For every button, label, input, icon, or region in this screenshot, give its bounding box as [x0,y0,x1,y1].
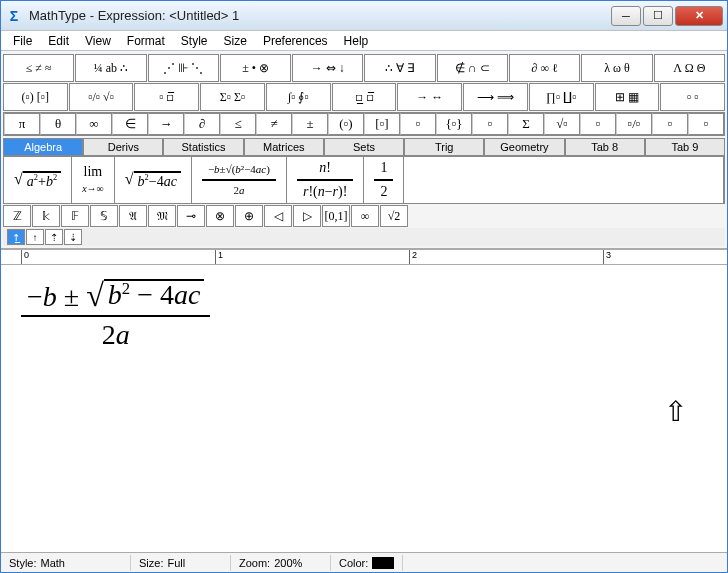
nav-3[interactable]: ⇡ [45,229,63,245]
nav-1[interactable]: ↑̲ [7,229,25,245]
symbol-2[interactable]: ∞ [76,113,112,135]
tab-derivs[interactable]: Derivs [83,138,163,156]
palette-greek-upper[interactable]: Λ Ω Θ [654,54,725,82]
palette-misc[interactable]: ∂ ∞ ℓ [509,54,580,82]
menu-file[interactable]: File [5,32,40,50]
titlebar: Σ MathType - Expression: <Untitled> 1 ─ … [1,1,727,31]
palette-products[interactable]: ∏▫ ∐▫ [529,83,594,111]
small-tpl-3[interactable]: 𝕊 [90,205,118,227]
small-tpl-10[interactable]: ▷ [293,205,321,227]
window-title: MathType - Expression: <Untitled> 1 [29,8,611,23]
menu-style[interactable]: Style [173,32,216,50]
status-zoom[interactable]: Zoom: 200% [231,555,331,571]
maximize-button[interactable]: ☐ [643,6,673,26]
tab-8[interactable]: Tab 8 [565,138,645,156]
menu-edit[interactable]: Edit [40,32,77,50]
small-tpl-8[interactable]: ⊕ [235,205,263,227]
cursor-indicator-icon: ⇧ [664,395,687,428]
menu-format[interactable]: Format [119,32,173,50]
tab-sets[interactable]: Sets [324,138,404,156]
tab-algebra[interactable]: Algebra [3,138,83,156]
palette-greek-lower[interactable]: λ ω θ [581,54,652,82]
palette-embellish[interactable]: ⋰ ⊪ ⋱ [148,54,219,82]
tpl-half[interactable]: 12 [364,157,404,203]
symbol-16[interactable]: ▫ [580,113,616,135]
palette-spaces[interactable]: ¼ ab ∴ [75,54,146,82]
symbol-10[interactable]: [▫] [364,113,400,135]
small-tpl-4[interactable]: 𝔄 [119,205,147,227]
symbol-3[interactable]: ∈ [112,113,148,135]
tpl-sqrt-a2b2[interactable]: √a2+b2 [4,157,72,203]
tpl-combination[interactable]: n!r!(n−r)! [287,157,364,203]
tpl-limit[interactable]: limx→∞ [72,157,115,203]
symbol-17[interactable]: ▫/▫ [616,113,652,135]
close-button[interactable]: ✕ [675,6,723,26]
palette-fences[interactable]: (▫) [▫] [3,83,68,111]
symbol-18[interactable]: ▫ [652,113,688,135]
symbol-0[interactable]: π [4,113,40,135]
tab-statistics[interactable]: Statistics [163,138,243,156]
palette-operators[interactable]: ± • ⊗ [220,54,291,82]
menu-view[interactable]: View [77,32,119,50]
small-template-bar: ℤ𝕜𝔽𝕊𝔄𝔐⊸⊗⊕◁▷[0,1]∞√2 [3,205,725,227]
palette-matrices[interactable]: ⊞ ▦ [595,83,660,111]
symbol-14[interactable]: Σ [508,113,544,135]
symbol-1[interactable]: θ [40,113,76,135]
symbol-5[interactable]: ∂ [184,113,220,135]
tab-9[interactable]: Tab 9 [645,138,725,156]
symbol-19[interactable]: ▫ [688,113,724,135]
palette-relations[interactable]: ≤ ≠ ≈ [3,54,74,82]
small-tpl-1[interactable]: 𝕜 [32,205,60,227]
tab-trig[interactable]: Trig [404,138,484,156]
small-tpl-12[interactable]: ∞ [351,205,379,227]
tabs-row: Algebra Derivs Statistics Matrices Sets … [3,138,725,156]
small-tpl-9[interactable]: ◁ [264,205,292,227]
small-tpl-7[interactable]: ⊗ [206,205,234,227]
status-color[interactable]: Color: [331,555,403,571]
tpl-sqrt-discriminant[interactable]: √b2−4ac [115,157,192,203]
menu-size[interactable]: Size [216,32,255,50]
nav-bar: ↑̲ ↑ ⇡ ⇣ [3,228,725,246]
symbol-13[interactable]: ▫ [472,113,508,135]
ruler-mark-1: 1 [215,250,223,264]
small-tpl-0[interactable]: ℤ [3,205,31,227]
menu-preferences[interactable]: Preferences [255,32,336,50]
symbol-12[interactable]: {▫} [436,113,472,135]
small-tpl-5[interactable]: 𝔐 [148,205,176,227]
palette-long-arrows[interactable]: ⟶ ⟹ [463,83,528,111]
nav-2[interactable]: ↑ [26,229,44,245]
small-tpl-11[interactable]: [0,1] [322,205,350,227]
toolbar-area: ≤ ≠ ≈ ¼ ab ∴ ⋰ ⊪ ⋱ ± • ⊗ → ⇔ ↓ ∴ ∀ ∃ ∉ ∩… [1,51,727,249]
tab-matrices[interactable]: Matrices [244,138,324,156]
palette-boxes[interactable]: ▫ ▫ [660,83,725,111]
nav-4[interactable]: ⇣ [64,229,82,245]
symbol-8[interactable]: ± [292,113,328,135]
symbol-4[interactable]: → [148,113,184,135]
palette-integrals[interactable]: ∫▫ ∮▫ [266,83,331,111]
small-tpl-2[interactable]: 𝔽 [61,205,89,227]
tpl-quadratic[interactable]: −b±√(b²−4ac)2a [192,157,287,203]
small-tpl-6[interactable]: ⊸ [177,205,205,227]
palette-underover[interactable]: ▫̲ ▫̅ [332,83,397,111]
symbol-7[interactable]: ≠ [256,113,292,135]
palette-labeled-arrows[interactable]: → ↔ [397,83,462,111]
palette-overbar[interactable]: ▫ ▫̅ [134,83,199,111]
symbol-6[interactable]: ≤ [220,113,256,135]
palette-set[interactable]: ∉ ∩ ⊂ [437,54,508,82]
tab-geometry[interactable]: Geometry [484,138,564,156]
color-swatch[interactable] [372,557,394,569]
small-tpl-13[interactable]: √2 [380,205,408,227]
palette-arrows[interactable]: → ⇔ ↓ [292,54,363,82]
menu-help[interactable]: Help [336,32,377,50]
palette-fractions[interactable]: ▫/▫ √▫ [69,83,134,111]
equation-editor[interactable]: −b ± √b2 − 4ac 2a ⇧ [1,265,727,552]
symbol-11[interactable]: ▫ [400,113,436,135]
app-icon: Σ [5,7,23,25]
symbol-9[interactable]: (▫) [328,113,364,135]
palette-sums[interactable]: Σ▫ Σ▫ [200,83,265,111]
ruler[interactable]: 0 1 2 3 [1,249,727,265]
symbol-15[interactable]: √▫ [544,113,580,135]
minimize-button[interactable]: ─ [611,6,641,26]
status-size: Size: Full [131,555,231,571]
palette-logical[interactable]: ∴ ∀ ∃ [364,54,435,82]
